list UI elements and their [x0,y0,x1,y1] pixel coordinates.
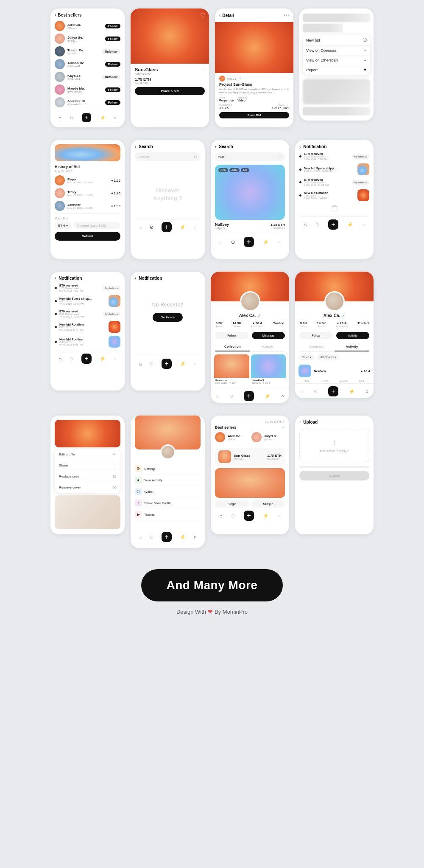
follow-btn-7[interactable]: Follow [105,100,120,105]
go-home-button[interactable]: Go Home [153,313,182,322]
home-icon[interactable]: ⌂ [219,513,222,518]
back-icon[interactable]: ‹ [299,144,301,149]
search-icon[interactable]: ⊙ [70,115,73,120]
bid-amount-input[interactable]: Amount (upto 1.55) [74,222,120,229]
search-result-item[interactable]: OBH AGM 145 [215,165,285,220]
home-icon[interactable]: ⌂ [304,222,307,227]
add-icon[interactable]: + [244,511,254,521]
home-icon[interactable]: ⌂ [216,393,219,399]
home-icon[interactable]: ⌂ [139,534,142,539]
search-input-container[interactable]: Search ⊙ [135,152,201,161]
add-icon[interactable]: + [162,359,172,369]
nft-item-1[interactable]: PearesonSun-Glaze · ♦ 16.4 [214,354,249,385]
profile-icon[interactable]: ○ [362,222,365,227]
add-icon[interactable]: + [82,113,91,122]
settings-item-setting[interactable]: ⚙ Setting [135,463,201,475]
add-icon[interactable]: + [328,386,338,396]
single-btn[interactable]: Single [215,500,249,508]
place-bid-button[interactable]: Place Bid [219,112,289,118]
sales-filter[interactable]: Sales ▾ [298,354,315,360]
favorite-icon[interactable]: ♡ [200,12,206,19]
menu-item-new-bid[interactable]: New bid ⓘ [303,35,370,46]
search-icon[interactable]: ⊙ [231,513,235,519]
expand-icon[interactable]: ⤢ [282,420,285,424]
add-icon[interactable]: + [81,354,92,364]
menu-item-opensea[interactable]: View on Opensea → [303,46,370,56]
search-icon[interactable]: ⊙ [314,389,318,394]
settings-item-wallet[interactable]: ⬡ Wallet [135,486,201,497]
menu-item-report[interactable]: Report ⚑ [303,65,370,75]
share-item[interactable]: Share ↑ [55,460,120,471]
add-icon[interactable]: + [244,391,254,401]
back-icon[interactable]: ‹ [135,276,136,281]
back-icon[interactable]: ‹ [55,13,56,17]
unfollow-btn-5[interactable]: Unfollow [102,75,120,79]
follow-btn-6[interactable]: Follow [105,87,120,92]
profile-icon[interactable]: ○ [194,361,197,366]
home-icon[interactable]: ⌂ [219,239,222,244]
activity-icon[interactable]: ⚡ [180,534,186,540]
search-icon[interactable]: ⊙ [229,393,233,399]
activity-icon[interactable]: ⚡ [180,225,186,230]
activity-icon[interactable]: ⚡ [180,361,186,367]
follow-button[interactable]: Follow [299,332,333,339]
add-icon[interactable]: + [328,219,338,230]
activity-icon[interactable]: ⚡ [263,513,269,519]
activity-item[interactable]: NeuVey ♦ 16.4 [295,363,374,379]
search-input-container[interactable]: Nue ⊙ [215,152,285,161]
chains-filter[interactable]: All Chains ▾ [317,354,339,360]
settings-item-tutorial[interactable]: ▶ Tutorial [135,509,201,520]
activity-icon[interactable]: ⚡ [349,389,355,394]
search-icon[interactable]: ⊙ [150,361,153,367]
search-icon[interactable]: ⊙ [150,225,153,230]
unfollow-btn-3[interactable]: Unfollow [102,49,120,54]
favorite-icon[interactable]: ♡ [285,12,290,19]
profile-icon[interactable]: ○ [114,356,117,361]
profile-icon[interactable]: ○ [194,225,197,230]
follow-btn-4[interactable]: Follow [105,62,120,67]
tab-activity[interactable]: Activity [335,343,370,351]
see-all-link[interactable]: → [282,426,285,430]
activity-button[interactable]: Activity [336,332,370,339]
follow-btn-1[interactable]: Follow [105,24,120,28]
multiple-btn[interactable]: Multiple [251,500,285,508]
activity-icon[interactable]: ⚡ [347,222,353,228]
activity-icon[interactable]: ⚡ [100,115,105,120]
follow-btn-2[interactable]: Follow [105,37,120,41]
place-bid-button[interactable]: Place a bid [135,87,205,95]
home-icon[interactable]: ⌂ [139,225,142,230]
tab-collection[interactable]: Collection [299,343,335,351]
message-button[interactable]: Message [252,332,285,339]
back-icon[interactable]: ‹ [219,13,220,18]
and-many-more-button[interactable]: And Many More [141,569,283,601]
settings-item-activity[interactable]: ● Your Activity [135,475,201,486]
search-icon[interactable]: ⊙ [231,239,235,245]
tab-collection[interactable]: Collection [215,343,250,351]
profile-icon[interactable]: ○ [278,513,281,518]
edit-profile-item[interactable]: Edit profile ✏ [55,449,120,460]
home-icon[interactable]: ⌂ [59,115,61,120]
tab-activity[interactable]: Activity [250,343,285,351]
profile-icon[interactable]: ○ [194,534,197,539]
eth-select[interactable]: ETH▾ [55,222,71,229]
back-icon[interactable]: ‹ [55,276,56,281]
activity-icon[interactable]: ⚡ [265,393,271,399]
menu-item-etherscan[interactable]: View on Etherscan → [303,56,370,65]
follow-button[interactable]: Follow [215,332,248,339]
search-icon[interactable]: ⊙ [150,534,153,540]
dots-icon[interactable]: ... [201,67,205,72]
profile-icon[interactable]: ○ [281,393,284,399]
replace-cover-item[interactable]: Replace cover ⊡ [55,471,120,482]
add-icon[interactable]: + [162,222,172,232]
activity-icon[interactable]: ⚡ [100,356,106,362]
add-icon[interactable]: + [162,532,172,542]
profile-icon[interactable]: ○ [114,115,116,120]
profile-icon[interactable]: ○ [365,389,368,394]
back-icon[interactable]: ‹ [215,144,216,149]
upload-submit-button[interactable]: Upload [299,471,369,480]
home-icon[interactable]: ⌂ [139,361,142,366]
settings-item-share[interactable]: ↑ Share Your Profile [135,497,201,509]
profile-icon[interactable]: ○ [278,239,281,244]
search-icon[interactable]: ⊙ [70,356,73,362]
back-icon[interactable]: ‹ [299,420,301,424]
